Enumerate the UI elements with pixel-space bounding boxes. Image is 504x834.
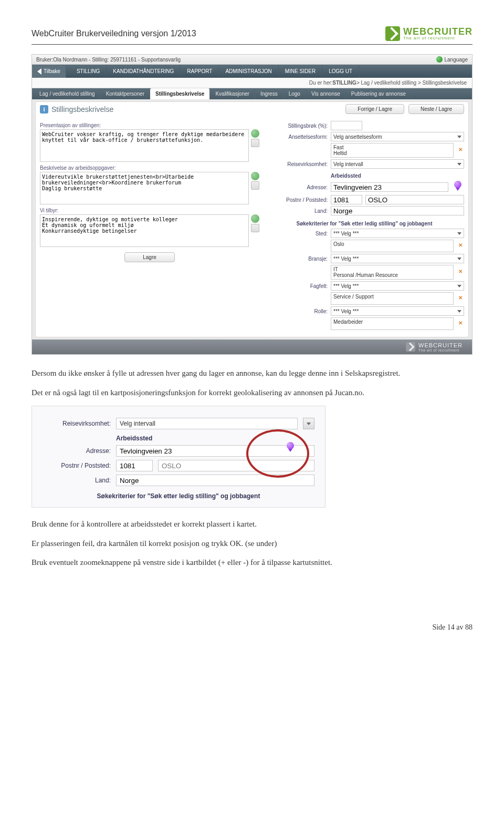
- subnav-lag[interactable]: Lag / vedlikehold stilling: [34, 88, 101, 99]
- sted-select[interactable]: *** Velg ***: [331, 229, 464, 238]
- lagre-button[interactable]: Lagre: [124, 252, 175, 262]
- ansettelsesform-list[interactable]: Fast Heltid: [331, 143, 454, 158]
- spellcheck-icon[interactable]: [251, 214, 259, 223]
- postnr-input[interactable]: [331, 195, 362, 204]
- app-footer: WEBCRUITER The art of recruitment: [32, 339, 472, 354]
- crop-map-pin-icon[interactable]: [284, 442, 297, 455]
- brand-name: WEBCRUITER: [403, 27, 472, 36]
- footer-brand-name: WEBCRUITER: [418, 342, 463, 348]
- app-window: Bruker:Ola Nordmann - Stilling: 25971116…: [32, 54, 472, 355]
- crop-arbeidssted-heading: Arbeidssted: [116, 435, 314, 442]
- remove-icon[interactable]: ✕: [457, 295, 464, 302]
- spellcheck-icon[interactable]: [251, 129, 259, 138]
- crop-postnr-label: Postnr / Poststed:: [43, 462, 111, 469]
- nav-stilling[interactable]: STILLING: [70, 65, 107, 78]
- subnav-vis-annonse[interactable]: Vis annonse: [306, 88, 346, 99]
- tilbyr-textarea[interactable]: Inspirerende, dyktige og motiverte kolle…: [40, 214, 249, 247]
- paragraph-1: Dersom du ikke ønsker å fylle ut adresse…: [32, 367, 472, 379]
- remove-icon[interactable]: ✕: [457, 269, 464, 276]
- logo-icon: [385, 26, 400, 41]
- page-number: Side 14 av 88: [0, 623, 504, 647]
- format-icon[interactable]: [251, 181, 259, 190]
- fagfelt-select[interactable]: *** Velg ***: [331, 281, 464, 291]
- crop-dropdown-button[interactable]: [303, 418, 314, 429]
- footer-logo-icon: [406, 342, 415, 352]
- nav-logg-ut[interactable]: LOGG UT: [322, 65, 359, 78]
- land-input[interactable]: [331, 206, 464, 215]
- chevron-down-icon: [307, 423, 311, 425]
- reisevirksomhet-select[interactable]: Velg intervall: [331, 159, 464, 169]
- sted-list[interactable]: Oslo: [331, 240, 454, 252]
- sub-nav: Lag / vedlikehold stilling Kontaktperson…: [32, 88, 472, 99]
- document-title: WebCruiter Brukerveiledning versjon 1/20…: [32, 29, 196, 38]
- chevron-down-icon: [457, 163, 461, 166]
- breadcrumb-path: > Lag / vedlikehold stilling > Stillings…: [356, 80, 467, 86]
- nav-mine-sider[interactable]: MINE SIDER: [279, 65, 322, 78]
- subnav-ingress[interactable]: Ingress: [255, 88, 284, 99]
- adresse-input[interactable]: [331, 182, 448, 192]
- remove-icon[interactable]: ✕: [457, 320, 464, 327]
- paragraph-3: Bruk denne for å kontrollere at arbeidss…: [32, 518, 472, 530]
- crop-bottom-heading: Søkekriterier for "Søk etter ledig still…: [43, 492, 314, 500]
- map-pin-icon[interactable]: [452, 181, 464, 193]
- breadcrumb-current: STILLING: [332, 80, 356, 86]
- back-label: Tilbake: [44, 68, 60, 74]
- info-icon: i: [40, 105, 48, 114]
- sokekriterier-heading: Søkekriterier for "Søk etter ledig still…: [265, 221, 464, 226]
- sted-label: Sted:: [265, 231, 328, 236]
- globe-icon: [436, 56, 443, 63]
- main-nav: Tilbake STILLING KANDIDATHÅNDTERING RAPP…: [32, 65, 472, 78]
- bransje-list[interactable]: IT Personal /Human Resource: [331, 265, 454, 280]
- panel-title: Stillingsbeskrivelse: [51, 105, 113, 114]
- land-label: Land:: [265, 208, 328, 214]
- subnav-logo[interactable]: Logo: [284, 88, 306, 99]
- subnav-publisering[interactable]: Publisering av annonse: [346, 88, 412, 99]
- language-label: Language: [445, 57, 468, 63]
- postnr-label: Postnr / Poststed:: [265, 197, 328, 203]
- crop-poststed-input[interactable]: [158, 460, 314, 471]
- nav-admin[interactable]: ADMINISTRASJON: [219, 65, 278, 78]
- chevron-down-icon: [457, 310, 461, 313]
- rolle-list[interactable]: Medarbeider: [331, 317, 454, 330]
- stillingsbrok-label: Stillingsbrøk (%):: [265, 123, 328, 129]
- cropped-screenshot: Reisevirksomhet: Velg intervall Arbeidss…: [32, 406, 326, 508]
- format-icon[interactable]: [251, 139, 259, 147]
- crop-adresse-label: Adresse:: [43, 447, 111, 455]
- rolle-select[interactable]: *** Velg ***: [331, 306, 464, 316]
- spellcheck-icon[interactable]: [251, 172, 259, 180]
- stillingsbrok-input[interactable]: [331, 121, 362, 130]
- presentasjon-textarea[interactable]: WebCruiter vokser kraftig, og trenger fl…: [40, 129, 249, 162]
- crop-reise-select[interactable]: Velg intervall: [116, 418, 298, 429]
- language-selector[interactable]: Language: [436, 56, 468, 63]
- subnav-kvalifikasjoner[interactable]: Kvalifikasjoner: [210, 88, 255, 99]
- subnav-stillingsbeskrivelse[interactable]: Stillingsbeskrivelse: [150, 88, 210, 99]
- back-arrow-icon: [37, 68, 41, 75]
- ansettelsesform-select[interactable]: Velg ansettelsesform: [331, 132, 464, 141]
- adresse-label: Adresse:: [265, 184, 328, 190]
- breadcrumb: Du er her: STILLING > Lag / vedlikehold …: [32, 78, 472, 88]
- fagfelt-list[interactable]: Service / Support: [331, 292, 454, 305]
- poststed-input[interactable]: [365, 195, 464, 204]
- nav-rapport[interactable]: RAPPORT: [181, 65, 219, 78]
- rolle-label: Rolle:: [265, 308, 328, 314]
- user-info: Bruker:Ola Nordmann - Stilling: 25971116…: [36, 57, 181, 63]
- chevron-down-icon: [457, 232, 461, 235]
- crop-reise-label: Reisevirksomhet:: [43, 420, 111, 427]
- remove-icon[interactable]: ✕: [457, 147, 464, 154]
- paragraph-2: Det er nå også lagt til en kartposisjone…: [32, 387, 472, 399]
- prev-save-button[interactable]: Forrige / Lagre: [345, 104, 404, 114]
- crop-postnr-input[interactable]: [116, 460, 153, 471]
- next-save-button[interactable]: Neste / Lagre: [408, 104, 464, 114]
- nav-kandidat[interactable]: KANDIDATHÅNDTERING: [107, 65, 181, 78]
- format-icon[interactable]: [251, 224, 259, 232]
- bransje-select[interactable]: *** Velg ***: [331, 254, 464, 263]
- brand-logo: WEBCRUITER The art of recruitment: [385, 26, 472, 41]
- arbeidssted-heading: Arbeidssted: [331, 173, 464, 179]
- remove-icon[interactable]: ✕: [457, 242, 464, 250]
- subnav-kontakt[interactable]: Kontaktpersoner: [101, 88, 150, 99]
- footer-brand-tagline: The art of recruitment: [418, 348, 463, 352]
- ansettelsesform-label: Ansettelsesform:: [265, 134, 328, 140]
- back-button[interactable]: Tilbake: [32, 65, 66, 78]
- beskrivelse-textarea[interactable]: Videreutvikle brukerstøttetjenesten<br>U…: [40, 172, 249, 204]
- crop-land-input[interactable]: [116, 475, 314, 486]
